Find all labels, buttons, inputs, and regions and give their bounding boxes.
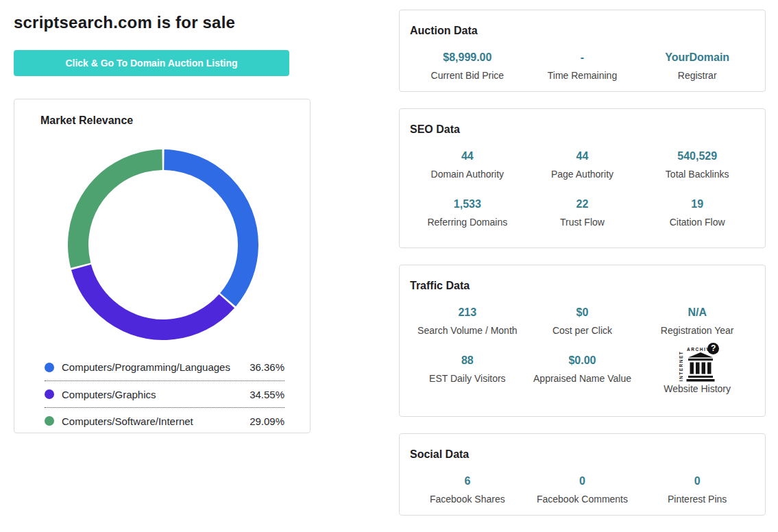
stat-registration-year: N/A Registration Year: [640, 306, 755, 336]
stat-total-backlinks: 540,529 Total Backlinks: [640, 150, 755, 180]
stat-label: Current Bid Price: [410, 70, 525, 81]
card-title: Social Data: [410, 448, 755, 461]
card-title: Auction Data: [410, 25, 755, 37]
legend-item: Computers/Programming/Languages 36.36%: [45, 354, 284, 380]
stat-facebook-comments: 0 Facebook Comments: [525, 475, 640, 505]
stat-value: YourDomain: [640, 51, 755, 64]
stat-value: 88: [410, 354, 525, 367]
stat-value: 1,533: [410, 198, 525, 210]
stat-label: Citation Flow: [640, 217, 755, 228]
market-relevance-card: Market Relevance Computers/Programming/L…: [14, 99, 311, 433]
stat-registrar: YourDomain Registrar: [640, 51, 755, 81]
stat-cost-per-click: $0 Cost per Click: [525, 306, 640, 336]
data-cards-column: Auction Data $8,999.00 Current Bid Price…: [399, 10, 766, 516]
stat-label: Domain Authority: [410, 169, 525, 180]
stat-search-volume: 213 Search Volume / Month: [410, 306, 525, 336]
stat-value: $8,999.00: [410, 51, 525, 64]
stat-citation-flow: 19 Citation Flow: [640, 198, 755, 228]
card-title: SEO Data: [410, 123, 755, 136]
stat-label: Facebook Comments: [525, 494, 640, 505]
stat-label: Registration Year: [640, 325, 755, 336]
legend-dot-green: [45, 416, 54, 426]
stat-value: 0: [640, 475, 755, 487]
stat-referring-domains: 1,533 Referring Domains: [410, 198, 525, 228]
legend-item: Computers/Software/Internet 29.09%: [45, 407, 284, 434]
stat-label: Pinterest Pins: [640, 494, 755, 505]
stat-value: 6: [410, 475, 525, 487]
stat-label: Referring Domains: [410, 217, 525, 228]
stat-value: N/A: [640, 306, 755, 319]
social-data-card: Social Data 6 Facebook Shares 0 Facebook…: [399, 433, 766, 516]
legend-item: Computers/Graphics 34.55%: [45, 380, 284, 407]
stat-label: Facebook Shares: [410, 494, 525, 505]
stat-value: 0: [525, 475, 640, 487]
stat-page-authority: 44 Page Authority: [525, 150, 640, 180]
stat-value: 19: [640, 198, 755, 210]
seo-data-card: SEO Data 44 Domain Authority 44 Page Aut…: [399, 108, 766, 248]
legend-percent: 29.09%: [250, 415, 284, 427]
legend-label: Computers/Software/Internet: [62, 415, 250, 427]
stat-value: 213: [410, 306, 525, 319]
stat-label: Trust Flow: [525, 217, 640, 228]
legend-label: Computers/Graphics: [62, 389, 250, 400]
card-title: Traffic Data: [410, 280, 755, 292]
stat-label: Search Volume / Month: [410, 325, 525, 336]
market-relevance-donut-chart: [68, 149, 258, 340]
auction-data-card: Auction Data $8,999.00 Current Bid Price…: [399, 10, 766, 92]
stat-est-daily-visitors: 88 EST Daily Visitors: [410, 354, 525, 394]
market-relevance-title: Market Relevance: [40, 114, 133, 127]
stat-facebook-shares: 6 Facebook Shares: [410, 475, 525, 505]
stat-current-bid-price: $8,999.00 Current Bid Price: [410, 51, 525, 81]
page-title: scriptsearch.com is for sale: [14, 13, 235, 32]
stat-label: Cost per Click: [525, 325, 640, 336]
help-icon[interactable]: ?: [707, 343, 719, 354]
legend-dot-blue: [45, 363, 54, 372]
stat-label: Appraised Name Value: [525, 373, 640, 384]
legend-percent: 34.55%: [250, 389, 284, 400]
stat-label: Total Backlinks: [640, 169, 755, 180]
stat-appraised-name-value: $0.00 Appraised Name Value: [525, 354, 640, 394]
stat-trust-flow: 22 Trust Flow: [525, 198, 640, 228]
stat-value: 44: [410, 150, 525, 162]
website-history-label: Website History: [664, 383, 731, 394]
svg-text:INTERNET: INTERNET: [679, 351, 683, 382]
stat-value: 540,529: [640, 150, 755, 162]
stat-value: 22: [525, 198, 640, 210]
stat-value: 44: [525, 150, 640, 162]
stat-pinterest-pins: 0 Pinterest Pins: [640, 475, 755, 505]
stat-time-remaining: - Time Remaining: [525, 51, 640, 81]
stat-value: $0: [525, 306, 640, 319]
legend-percent: 36.36%: [250, 361, 284, 373]
market-relevance-legend: Computers/Programming/Languages 36.36% C…: [45, 354, 284, 434]
stat-label: EST Daily Visitors: [410, 373, 525, 384]
stat-label: Registrar: [640, 70, 755, 81]
stat-label: Time Remaining: [525, 70, 640, 81]
website-history-link[interactable]: ARCHIVE INTERNET ?: [640, 345, 755, 394]
stat-value: -: [525, 51, 640, 64]
stat-label: Page Authority: [525, 169, 640, 180]
legend-label: Computers/Programming/Languages: [62, 361, 250, 373]
auction-listing-button[interactable]: Click & Go To Domain Auction Listing: [14, 50, 289, 76]
stat-value: $0.00: [525, 354, 640, 367]
traffic-data-card: Traffic Data 213 Search Volume / Month $…: [399, 265, 766, 417]
legend-dot-purple: [45, 389, 54, 399]
stat-domain-authority: 44 Domain Authority: [410, 150, 525, 180]
